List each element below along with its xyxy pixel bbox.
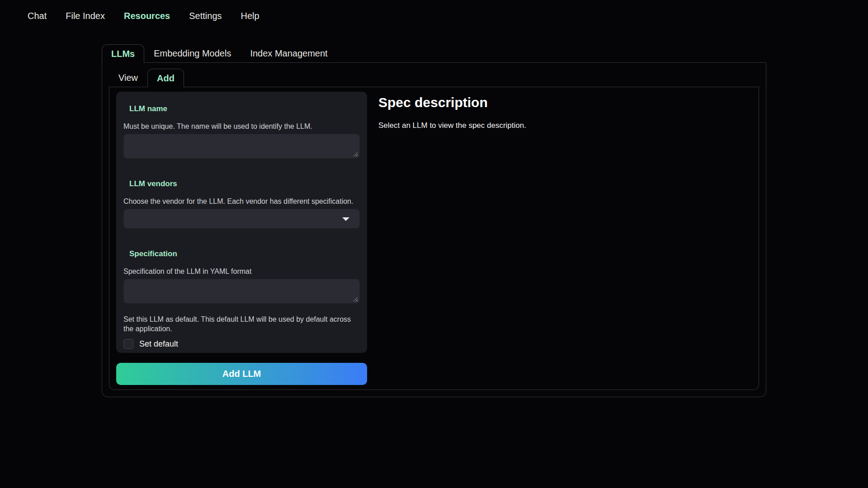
nav-item-file-index[interactable]: File Index <box>66 11 105 21</box>
specification-description: Specification of the LLM in YAML format <box>123 267 360 276</box>
nav-item-settings[interactable]: Settings <box>189 11 222 21</box>
tab-llms[interactable]: LLMs <box>102 44 144 63</box>
specification-label: Specification <box>129 249 360 258</box>
add-llm-form-column: LLM name Must be unique. The name will b… <box>116 92 367 385</box>
set-default-description: Set this LLM as default. This default LL… <box>123 314 360 333</box>
spec-description-placeholder: Select an LLM to view the spec descripti… <box>378 121 752 130</box>
resize-grip-icon[interactable] <box>353 151 358 156</box>
llm-vendors-dropdown[interactable] <box>123 209 360 229</box>
add-llm-button[interactable]: Add LLM <box>116 363 367 385</box>
llms-subtabs: View Add <box>109 69 759 87</box>
set-default-checkbox[interactable] <box>123 339 133 349</box>
subtab-view[interactable]: View <box>109 69 147 87</box>
chevron-down-icon <box>342 217 349 221</box>
tab-index-management[interactable]: Index Management <box>241 44 337 62</box>
spec-description-column: Spec description Select an LLM to view t… <box>376 92 752 385</box>
resources-page: LLMs Embedding Models Index Management V… <box>102 44 766 397</box>
tab-embedding-models[interactable]: Embedding Models <box>144 44 241 62</box>
resize-grip-icon[interactable] <box>353 296 358 301</box>
nav-item-help[interactable]: Help <box>241 11 259 21</box>
set-default-row: Set default <box>123 339 360 349</box>
set-default-label: Set default <box>139 339 178 349</box>
spec-description-title: Spec description <box>378 95 752 110</box>
llm-name-label: LLM name <box>129 104 360 113</box>
nav-item-resources[interactable]: Resources <box>124 11 170 21</box>
resource-tabs: LLMs Embedding Models Index Management <box>102 44 766 63</box>
llm-name-input[interactable] <box>123 134 360 159</box>
subtab-add[interactable]: Add <box>147 69 184 87</box>
llm-name-description: Must be unique. The name will be used to… <box>123 122 360 131</box>
specification-input[interactable] <box>123 279 360 304</box>
add-llm-form: LLM name Must be unique. The name will b… <box>116 92 367 353</box>
add-llm-panel: LLM name Must be unique. The name will b… <box>109 87 759 390</box>
llm-vendors-label: LLM vendors <box>129 179 360 188</box>
llm-vendors-description: Choose the vendor for the LLM. Each vend… <box>123 197 360 206</box>
top-navigation: Chat File Index Resources Settings Help <box>28 11 259 21</box>
llms-tab-panel: View Add LLM name Must be unique. The na… <box>102 63 766 397</box>
nav-item-chat[interactable]: Chat <box>28 11 47 21</box>
